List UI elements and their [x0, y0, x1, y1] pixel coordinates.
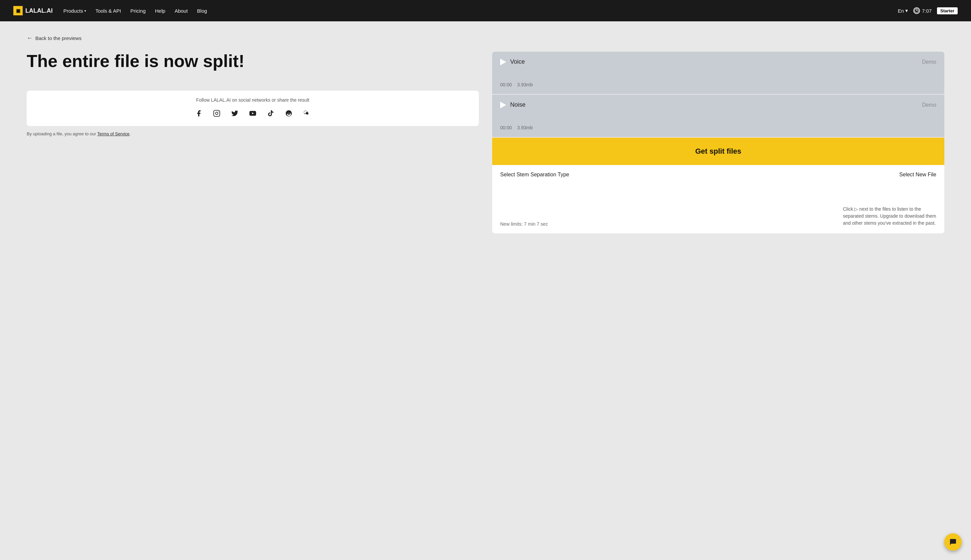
left-column: The entire file is now split! Follow LAL…: [27, 52, 479, 136]
back-link[interactable]: ← Back to the previews: [27, 35, 944, 42]
logo-icon: ▣: [13, 6, 23, 15]
nav-blog[interactable]: Blog: [197, 8, 207, 14]
nav-links: Products ▾ Tools & API Pricing Help Abou…: [63, 8, 887, 14]
social-box-label: Follow LALAL.AI on social networks or sh…: [35, 97, 471, 103]
back-arrow-icon: ←: [27, 35, 33, 42]
back-link-text: Back to the previews: [35, 35, 81, 41]
wechat-icon[interactable]: [301, 107, 313, 119]
chat-fab[interactable]: [944, 533, 962, 551]
voice-time: 00:00: [500, 82, 512, 87]
logo-text: LALAL.AI: [25, 7, 53, 14]
nav-products[interactable]: Products ▾: [63, 8, 86, 14]
reddit-icon[interactable]: [283, 107, 295, 119]
right-column: Voice Demo 00:00 3.93mb Noise Demo: [492, 52, 944, 233]
terms-text: By uploading a file, you agree to our Te…: [27, 131, 479, 136]
select-file-link[interactable]: Select New File: [899, 172, 936, 178]
noise-play-button[interactable]: [500, 102, 506, 108]
twitter-icon[interactable]: [229, 107, 241, 119]
main-title: The entire file is now split!: [27, 52, 479, 71]
svg-point-5: [218, 111, 219, 112]
nav-help[interactable]: Help: [155, 8, 165, 14]
voice-audio-header: Voice Demo: [500, 58, 936, 65]
language-selector[interactable]: En ▾: [898, 8, 908, 14]
noise-audio-meta: 00:00 3.93mb: [500, 125, 936, 130]
social-box: Follow LALAL.AI on social networks or sh…: [27, 91, 479, 126]
hint-text: Click ▷ next to the files to listen to t…: [843, 206, 936, 227]
timer-icon: [913, 7, 920, 14]
svg-rect-3: [214, 110, 220, 116]
get-split-files-button[interactable]: Get split files: [492, 138, 944, 165]
noise-track-name: Noise: [510, 101, 526, 108]
main-content: ← Back to the previews The entire file i…: [0, 21, 971, 560]
youtube-icon[interactable]: [247, 107, 259, 119]
social-icons: [35, 107, 471, 119]
voice-audio-meta: 00:00 3.93mb: [500, 82, 936, 87]
noise-size: 3.93mb: [517, 125, 533, 130]
navbar: ▣ LALAL.AI Products ▾ Tools & API Pricin…: [0, 0, 971, 21]
terms-link[interactable]: Terms of Service: [97, 131, 130, 136]
timer-value: 7:07: [922, 8, 932, 14]
bottom-options-row: Select Stem Separation Type Select New F…: [500, 172, 936, 178]
instagram-icon[interactable]: [211, 107, 223, 119]
starter-badge: Starter: [937, 7, 958, 14]
noise-play-label: Noise: [500, 101, 526, 108]
nav-right: En ▾ 7:07 Starter: [898, 7, 958, 14]
content-grid: The entire file is now split! Follow LAL…: [27, 52, 944, 233]
voice-track-name: Voice: [510, 58, 525, 65]
bottom-options: Select Stem Separation Type Select New F…: [492, 165, 944, 233]
noise-audio-card: Noise Demo 00:00 3.93mb: [492, 95, 944, 137]
nav-about[interactable]: About: [175, 8, 188, 14]
logo[interactable]: ▣ LALAL.AI: [13, 6, 53, 15]
svg-point-4: [215, 112, 218, 115]
voice-play-label: Voice: [500, 58, 525, 65]
tiktok-icon[interactable]: [265, 107, 277, 119]
noise-time: 00:00: [500, 125, 512, 130]
select-stem-link[interactable]: Select Stem Separation Type: [500, 172, 569, 178]
voice-play-button[interactable]: [500, 59, 506, 65]
noise-audio-header: Noise Demo: [500, 101, 936, 108]
nav-tools[interactable]: Tools & API: [95, 8, 121, 14]
voice-size: 3.93mb: [517, 82, 533, 87]
facebook-icon[interactable]: [193, 107, 205, 119]
voice-audio-card: Voice Demo 00:00 3.93mb: [492, 52, 944, 94]
nav-pricing[interactable]: Pricing: [130, 8, 146, 14]
voice-demo-label: Demo: [922, 59, 936, 65]
limits-text: New limits: 7 min 7 sec: [500, 221, 548, 227]
noise-demo-label: Demo: [922, 102, 936, 108]
timer: 7:07: [913, 7, 932, 14]
chevron-down-icon: ▾: [84, 9, 86, 13]
chevron-down-icon: ▾: [905, 8, 908, 14]
